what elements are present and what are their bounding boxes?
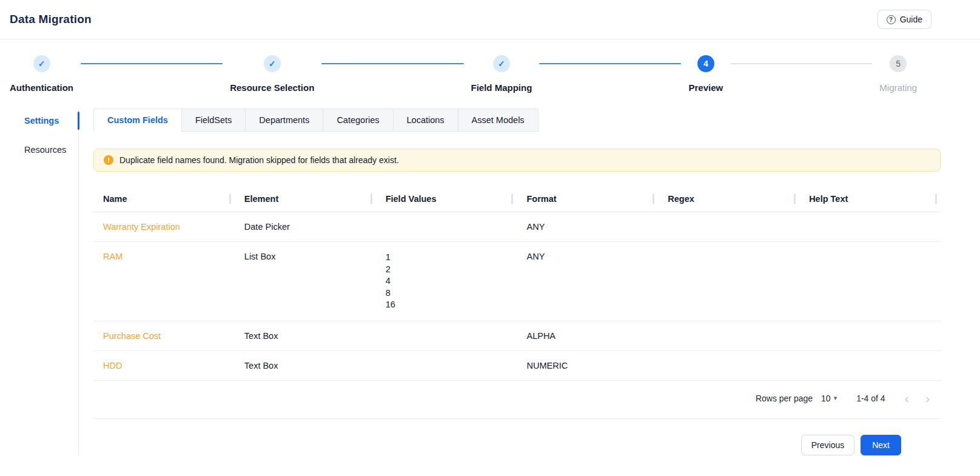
cell-element: Date Picker: [235, 212, 376, 242]
cell-regex: [658, 212, 799, 242]
cell-element: List Box: [235, 242, 376, 321]
step-label: Authentication: [10, 82, 73, 93]
chevron-right-icon[interactable]: ›: [925, 392, 930, 404]
column-header-regex: Regex: [658, 186, 799, 212]
rows-per-page-select[interactable]: 10 ▾: [821, 394, 837, 403]
column-header-name: Name: [93, 186, 235, 212]
table-header-row: Name Element Field Values Format Regex H…: [93, 186, 941, 212]
check-icon: ✓: [493, 55, 510, 72]
tab-locations[interactable]: Locations: [393, 109, 458, 132]
sidebar-item-resources[interactable]: Resources: [0, 139, 78, 161]
step-authentication: ✓ Authentication: [10, 55, 73, 93]
pagination-range: 1-4 of 4: [856, 394, 885, 403]
cell-help-text: [799, 242, 941, 321]
rows-per-page: Rows per page 10 ▾: [756, 394, 837, 403]
cell-name[interactable]: RAM: [93, 242, 235, 321]
warning-banner: ! Duplicate field names found. Migration…: [93, 149, 941, 172]
guide-button[interactable]: ? Guide: [878, 10, 931, 29]
stepper: ✓ Authentication ✓ Resource Selection ✓ …: [0, 39, 980, 95]
column-header-element: Element: [235, 186, 376, 212]
cell-regex: [658, 321, 799, 350]
check-icon: ✓: [264, 55, 281, 72]
step-migrating: 5 Migrating: [879, 55, 917, 93]
step-preview: 4 Preview: [688, 55, 723, 93]
page-title: Data Migration: [10, 13, 92, 26]
cell-regex: [658, 350, 799, 380]
step-resource-selection: ✓ Resource Selection: [230, 55, 314, 93]
footer-actions: Previous Next: [93, 419, 941, 455]
previous-button[interactable]: Previous: [801, 435, 854, 455]
tab-fieldsets[interactable]: FieldSets: [181, 109, 246, 132]
next-button[interactable]: Next: [861, 435, 901, 455]
sidebar: Settings Resources: [0, 109, 79, 455]
cell-format: ANY: [517, 242, 658, 321]
table-row: Warranty Expiration Date Picker ANY: [93, 212, 941, 242]
step-connector: [81, 63, 223, 64]
tab-custom-fields[interactable]: Custom Fields: [93, 109, 182, 132]
cell-field-values: [376, 321, 517, 350]
table-row: Purchase Cost Text Box ALPHA: [93, 321, 941, 350]
cell-name[interactable]: Purchase Cost: [93, 321, 235, 350]
help-icon: ?: [887, 15, 896, 24]
tab-bar: Custom Fields FieldSets Departments Cate…: [93, 109, 941, 132]
table-row: RAM List Box 1 2 4 8 16 ANY: [93, 242, 941, 321]
step-label: Field Mapping: [471, 82, 532, 93]
warning-icon: !: [104, 155, 113, 165]
tab-departments[interactable]: Departments: [245, 109, 323, 132]
pagination: Rows per page 10 ▾ 1-4 of 4 ‹ ›: [93, 380, 941, 418]
column-header-format: Format: [517, 186, 658, 212]
cell-field-values: [376, 350, 517, 380]
cell-field-values: [376, 212, 517, 242]
chevron-down-icon: ▾: [834, 394, 837, 402]
page-header: Data Migration ? Guide: [0, 0, 980, 39]
cell-format: ALPHA: [517, 321, 658, 350]
step-connector: [730, 63, 872, 64]
column-header-field-values: Field Values: [376, 186, 517, 212]
step-label: Migrating: [879, 82, 917, 93]
warning-banner-text: Duplicate field names found. Migration s…: [119, 155, 399, 165]
cell-help-text: [799, 350, 941, 380]
tab-asset-models[interactable]: Asset Models: [458, 109, 539, 132]
cell-field-values: 1 2 4 8 16: [376, 242, 517, 321]
content-area: Settings Resources Custom Fields FieldSe…: [0, 109, 980, 455]
custom-fields-table: Name Element Field Values Format Regex H…: [93, 186, 941, 419]
rows-per-page-value: 10: [821, 394, 831, 403]
cell-format: NUMERIC: [517, 350, 658, 380]
step-number: 5: [890, 55, 907, 72]
guide-button-label: Guide: [900, 15, 922, 24]
column-header-help-text: Help Text: [799, 186, 941, 212]
step-label: Preview: [688, 82, 723, 93]
cell-help-text: [799, 321, 941, 350]
cell-name[interactable]: HDD: [93, 350, 235, 380]
pagination-nav: ‹ ›: [905, 392, 935, 404]
cell-regex: [658, 242, 799, 321]
step-number: 4: [697, 55, 714, 72]
cell-help-text: [799, 212, 941, 242]
cell-element: Text Box: [235, 350, 376, 380]
chevron-left-icon[interactable]: ‹: [905, 392, 909, 404]
main-panel: Custom Fields FieldSets Departments Cate…: [79, 109, 980, 455]
sidebar-item-settings[interactable]: Settings: [0, 110, 78, 132]
rows-per-page-label: Rows per page: [756, 394, 813, 403]
step-connector: [539, 63, 681, 64]
cell-element: Text Box: [235, 321, 376, 350]
page: Data Migration ? Guide ✓ Authentication …: [0, 0, 980, 455]
tab-categories[interactable]: Categories: [323, 109, 393, 132]
check-icon: ✓: [33, 55, 50, 72]
step-label: Resource Selection: [230, 82, 314, 93]
cell-format: ANY: [517, 212, 658, 242]
step-field-mapping: ✓ Field Mapping: [471, 55, 532, 93]
cell-name[interactable]: Warranty Expiration: [93, 212, 235, 242]
step-connector: [321, 63, 463, 64]
table-row: HDD Text Box NUMERIC: [93, 350, 941, 380]
